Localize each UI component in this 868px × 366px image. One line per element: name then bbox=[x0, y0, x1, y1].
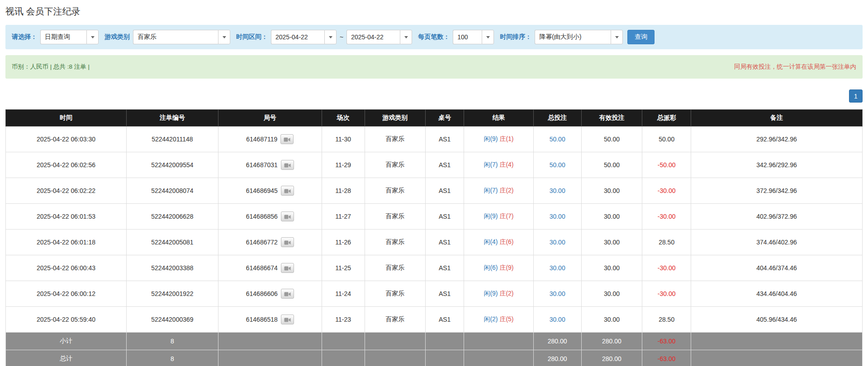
cell-session: 11-28 bbox=[322, 178, 365, 204]
cell-total-bet: 30.00 bbox=[533, 230, 581, 255]
video-replay-button[interactable] bbox=[281, 160, 294, 170]
cell-time: 2025-04-22 06:02:22 bbox=[6, 178, 127, 204]
result-player: 闲(7) bbox=[484, 187, 498, 194]
game-type-dropdown-button[interactable] bbox=[218, 30, 230, 44]
cell-valid-bet: 50.00 bbox=[581, 127, 642, 152]
cell-game-type: 百家乐 bbox=[365, 307, 425, 333]
total-bet-link[interactable]: 30.00 bbox=[550, 316, 565, 323]
page-container: 视讯 会员下注纪录 请选择： 游戏类别 时间区间： ~ 每页笔数： 时间排序： bbox=[0, 0, 868, 366]
summary-empty-cell bbox=[218, 333, 322, 350]
game-type-input[interactable] bbox=[133, 30, 218, 44]
select-type-combo bbox=[40, 30, 99, 44]
video-camera-icon bbox=[284, 291, 291, 297]
video-replay-button[interactable] bbox=[281, 289, 294, 299]
total-bet-link[interactable]: 50.00 bbox=[550, 161, 565, 169]
summary-valid-bet: 280.00 bbox=[581, 333, 642, 350]
cell-table-no: AS1 bbox=[426, 255, 464, 281]
summary-empty-cell bbox=[691, 350, 863, 366]
column-header-game-type: 游戏类别 bbox=[365, 110, 425, 127]
video-replay-button[interactable] bbox=[281, 211, 294, 221]
cell-bet-id: 522442008074 bbox=[127, 178, 218, 204]
date-from-input[interactable] bbox=[271, 30, 324, 44]
result-banker: 庄(5) bbox=[499, 315, 513, 323]
cell-payout: -30.00 bbox=[642, 204, 691, 230]
cell-remark: 402.96/372.96 bbox=[691, 204, 863, 230]
cell-result: 闲(7) 庄(2) bbox=[464, 178, 533, 204]
total-bet-link[interactable]: 30.00 bbox=[550, 239, 565, 246]
video-replay-button[interactable] bbox=[281, 186, 294, 196]
chevron-down-icon bbox=[91, 36, 95, 38]
cell-game-type: 百家乐 bbox=[365, 127, 425, 152]
total-bet-link[interactable]: 50.00 bbox=[550, 136, 565, 143]
result-player: 闲(9) bbox=[484, 290, 498, 297]
date-to-input[interactable] bbox=[346, 30, 400, 44]
cell-payout: 50.00 bbox=[642, 127, 691, 152]
column-header-bet-id: 注单编号 bbox=[127, 110, 218, 127]
column-header-result: 结果 bbox=[464, 110, 533, 127]
total-bet-link[interactable]: 30.00 bbox=[550, 187, 565, 194]
select-type-input[interactable] bbox=[40, 30, 86, 44]
round-id-text: 614686945 bbox=[246, 187, 278, 194]
video-camera-icon bbox=[284, 214, 291, 220]
video-replay-button[interactable] bbox=[281, 237, 294, 247]
total-bet-link[interactable]: 30.00 bbox=[550, 264, 565, 272]
summary-empty-cell bbox=[365, 350, 425, 366]
date-range-separator: ~ bbox=[340, 33, 343, 41]
summary-currency-total: 币别：人民币 | 总共 :8 注单 | bbox=[12, 63, 90, 71]
cell-table-no: AS1 bbox=[426, 204, 464, 230]
cell-bet-id: 522442000369 bbox=[127, 307, 218, 333]
result-player: 闲(6) bbox=[484, 264, 498, 271]
cell-total-bet: 50.00 bbox=[533, 127, 581, 152]
column-header-time: 时间 bbox=[6, 110, 127, 127]
cell-remark: 405.96/434.46 bbox=[691, 307, 863, 333]
round-id-text: 614686606 bbox=[246, 290, 278, 297]
per-page-input[interactable] bbox=[453, 30, 482, 44]
search-button[interactable]: 查询 bbox=[627, 30, 655, 44]
date-to-dropdown-button[interactable] bbox=[400, 30, 412, 44]
per-page-label: 每页笔数： bbox=[418, 33, 450, 41]
cell-bet-id: 522442005081 bbox=[127, 230, 218, 255]
sort-order-input[interactable] bbox=[535, 30, 611, 44]
cell-valid-bet: 30.00 bbox=[581, 307, 642, 333]
round-id-text: 614686674 bbox=[246, 264, 278, 272]
cell-valid-bet: 30.00 bbox=[581, 281, 642, 307]
summary-empty-cell bbox=[464, 333, 533, 350]
table-header-row: 时间注单编号局号场次游戏类别桌号结果总投注有效投注总派彩备注 bbox=[6, 110, 863, 127]
cell-game-type: 百家乐 bbox=[365, 204, 425, 230]
total-bet-link[interactable]: 30.00 bbox=[550, 290, 565, 297]
select-type-dropdown-button[interactable] bbox=[86, 30, 99, 44]
summary-empty-cell bbox=[426, 350, 464, 366]
per-page-dropdown-button[interactable] bbox=[482, 30, 494, 44]
chevron-down-icon bbox=[615, 36, 619, 38]
chevron-down-icon bbox=[223, 36, 226, 38]
summary-total-bet: 280.00 bbox=[533, 333, 581, 350]
summary-empty-cell bbox=[218, 350, 322, 366]
video-camera-icon bbox=[284, 240, 291, 245]
cell-game-type: 百家乐 bbox=[365, 230, 425, 255]
date-from-dropdown-button[interactable] bbox=[324, 30, 337, 44]
cell-result: 闲(4) 庄(6) bbox=[464, 230, 533, 255]
cell-bet-id: 522442001922 bbox=[127, 281, 218, 307]
summary-empty-cell bbox=[365, 333, 425, 350]
column-header-table-no: 桌号 bbox=[426, 110, 464, 127]
cell-time: 2025-04-22 06:01:18 bbox=[6, 230, 127, 255]
pagination: 1 bbox=[5, 89, 863, 103]
total-bet-link[interactable]: 30.00 bbox=[550, 213, 565, 220]
cell-result: 闲(2) 庄(5) bbox=[464, 307, 533, 333]
page-title: 视讯 会员下注纪录 bbox=[5, 5, 863, 18]
cell-remark: 404.46/374.46 bbox=[691, 255, 863, 281]
bet-record-row: 2025-04-22 06:02:56522442009554614687031… bbox=[6, 152, 863, 178]
result-banker: 庄(6) bbox=[499, 238, 513, 245]
cell-total-bet: 30.00 bbox=[533, 281, 581, 307]
cell-time: 2025-04-22 06:02:56 bbox=[6, 152, 127, 178]
summary-empty-cell bbox=[464, 350, 533, 366]
video-replay-button[interactable] bbox=[281, 263, 294, 273]
cell-game-type: 百家乐 bbox=[365, 255, 425, 281]
cell-total-bet: 30.00 bbox=[533, 204, 581, 230]
video-replay-button[interactable] bbox=[281, 314, 294, 324]
cell-session: 11-29 bbox=[322, 152, 365, 178]
video-replay-button[interactable] bbox=[280, 134, 294, 144]
result-banker: 庄(9) bbox=[499, 264, 513, 271]
page-button-1[interactable]: 1 bbox=[849, 89, 863, 103]
sort-order-dropdown-button[interactable] bbox=[611, 30, 623, 44]
